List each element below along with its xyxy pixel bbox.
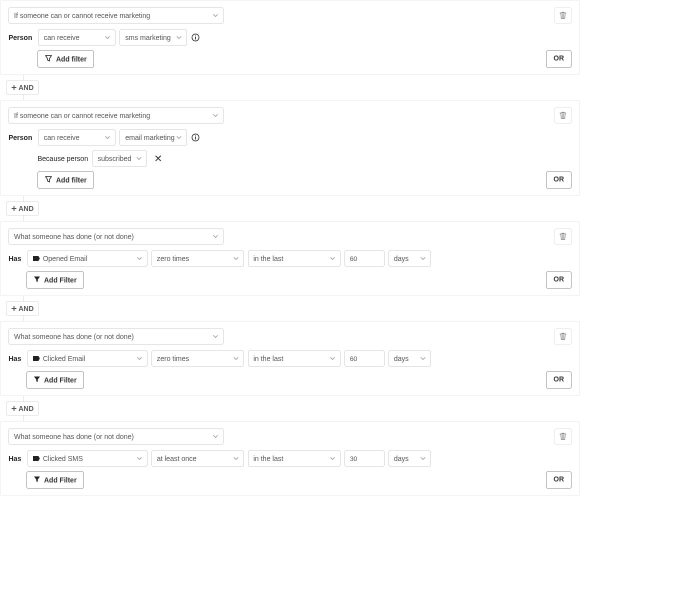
filter-icon xyxy=(45,55,52,64)
condition-type-select[interactable]: If someone can or cannot receive marketi… xyxy=(8,8,224,24)
param-select[interactable]: zero times xyxy=(152,350,244,366)
and-connector: AND xyxy=(18,296,580,321)
and-connector: AND xyxy=(18,75,580,100)
close-icon[interactable]: ✕ xyxy=(151,152,166,164)
info-icon[interactable] xyxy=(191,133,200,142)
add-filter-button[interactable]: Add filter xyxy=(38,172,94,188)
condition-block: What someone has done (or not done)HasOp… xyxy=(0,221,580,296)
filter-icon xyxy=(34,276,40,284)
prefix-label: Person xyxy=(8,134,32,142)
event-select[interactable]: Clicked Email xyxy=(28,350,148,366)
and-button[interactable]: AND xyxy=(6,302,39,316)
filter-icon xyxy=(34,476,40,484)
condition-block: What someone has done (or not done)HasCl… xyxy=(0,421,580,496)
or-button[interactable]: OR xyxy=(546,272,572,288)
delete-button[interactable] xyxy=(554,228,572,244)
svg-point-1 xyxy=(195,36,196,36)
or-button[interactable]: OR xyxy=(546,50,572,68)
unit-select[interactable]: days xyxy=(388,250,431,266)
condition-row: HasClicked SMSat least oncein the lastda… xyxy=(8,450,572,466)
or-button[interactable]: OR xyxy=(546,472,572,488)
add-filter-button[interactable]: Add filter xyxy=(38,50,94,68)
tag-icon xyxy=(33,456,40,461)
and-button[interactable]: AND xyxy=(6,202,39,216)
add-filter-button[interactable]: Add Filter xyxy=(26,472,84,488)
block-actions: Add FilterOR xyxy=(8,272,572,288)
and-button[interactable]: AND xyxy=(6,80,39,94)
filter-icon xyxy=(34,376,40,384)
param-select[interactable]: in the last xyxy=(248,350,340,366)
value-input[interactable] xyxy=(344,350,384,366)
condition-block: What someone has done (or not done)HasCl… xyxy=(0,321,580,396)
condition-block: If someone can or cannot receive marketi… xyxy=(0,100,580,196)
condition-type-select[interactable]: What someone has done (or not done) xyxy=(8,428,224,444)
sub-condition-row: Because personsubscribed✕ xyxy=(38,150,572,166)
tag-icon xyxy=(33,256,40,261)
and-connector: AND xyxy=(18,396,580,421)
value-input[interactable] xyxy=(344,250,384,266)
condition-type-select[interactable]: What someone has done (or not done) xyxy=(8,328,224,344)
condition-row: HasOpened Emailzero timesin the lastdays xyxy=(8,250,572,266)
or-button[interactable]: OR xyxy=(546,172,572,188)
condition-row: Personcan receivesms marketing xyxy=(8,30,572,46)
block-actions: Add FilterOR xyxy=(8,372,572,388)
event-select[interactable]: Opened Email xyxy=(28,250,148,266)
block-actions: Add FilterOR xyxy=(8,472,572,488)
condition-type-select[interactable]: If someone can or cannot receive marketi… xyxy=(8,108,224,124)
delete-button[interactable] xyxy=(554,328,572,344)
prefix-label: Has xyxy=(8,454,22,462)
delete-button[interactable] xyxy=(554,428,572,444)
add-filter-button[interactable]: Add Filter xyxy=(26,372,84,388)
condition-type-select[interactable]: What someone has done (or not done) xyxy=(8,228,224,244)
param-select[interactable]: can receive xyxy=(38,130,116,146)
value-input[interactable] xyxy=(344,450,384,466)
block-actions: Add filterOR xyxy=(8,50,572,68)
add-filter-button[interactable]: Add Filter xyxy=(26,272,84,288)
prefix-label: Has xyxy=(8,254,22,262)
prefix-label: Person xyxy=(8,34,32,42)
param-select[interactable]: in the last xyxy=(248,450,340,466)
delete-button[interactable] xyxy=(554,8,572,24)
param-select[interactable]: zero times xyxy=(152,250,244,266)
condition-block: If someone can or cannot receive marketi… xyxy=(0,0,580,75)
unit-select[interactable]: days xyxy=(388,350,431,366)
sub-select[interactable]: subscribed xyxy=(92,150,147,166)
unit-select[interactable]: days xyxy=(388,450,431,466)
svg-point-4 xyxy=(195,136,196,136)
param-select[interactable]: in the last xyxy=(248,250,340,266)
condition-row: Personcan receiveemail marketing xyxy=(8,130,572,146)
sub-label: Because person xyxy=(38,154,88,162)
svg-rect-5 xyxy=(196,137,196,140)
param-select[interactable]: can receive xyxy=(38,30,116,46)
filter-icon xyxy=(45,176,52,184)
block-actions: Add filterOR xyxy=(8,172,572,188)
prefix-label: Has xyxy=(8,354,22,362)
param-select[interactable]: at least once xyxy=(152,450,244,466)
event-select[interactable]: Clicked SMS xyxy=(28,450,148,466)
param-select[interactable]: email marketing xyxy=(120,130,187,146)
and-button[interactable]: AND xyxy=(6,402,39,416)
or-button[interactable]: OR xyxy=(546,372,572,388)
tag-icon xyxy=(33,356,40,361)
delete-button[interactable] xyxy=(554,108,572,124)
and-connector: AND xyxy=(18,196,580,221)
info-icon[interactable] xyxy=(191,33,200,42)
svg-rect-2 xyxy=(196,37,196,40)
param-select[interactable]: sms marketing xyxy=(120,30,187,46)
condition-row: HasClicked Emailzero timesin the lastday… xyxy=(8,350,572,366)
